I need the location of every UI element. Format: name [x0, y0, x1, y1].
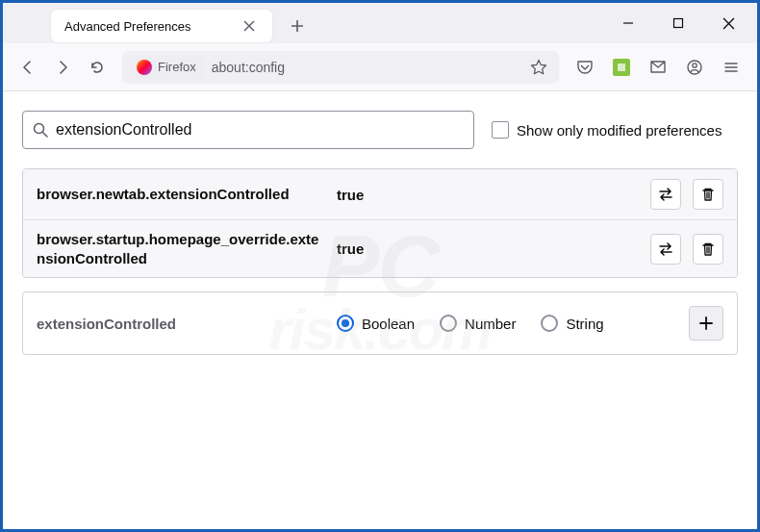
search-input[interactable]: [56, 121, 464, 139]
pref-value: true: [337, 187, 639, 203]
add-pref-button[interactable]: [689, 306, 723, 341]
radio-label: String: [566, 316, 603, 332]
account-icon[interactable]: [678, 51, 711, 84]
toggle-button[interactable]: [650, 234, 681, 265]
titlebar: Advanced Preferences: [3, 3, 757, 43]
radio-label: Number: [465, 316, 516, 332]
show-modified-checkbox-row[interactable]: Show only modified preferences: [492, 121, 722, 139]
radio-boolean[interactable]: Boolean: [337, 315, 415, 332]
config-content: Show only modified preferences browser.n…: [3, 91, 757, 374]
radio-circle-icon: [541, 315, 558, 332]
search-row: Show only modified preferences: [22, 111, 738, 149]
firefox-logo-icon: [137, 60, 152, 75]
radio-number[interactable]: Number: [440, 315, 516, 332]
search-icon: [33, 122, 48, 138]
reload-button[interactable]: [82, 52, 113, 83]
extension-icon[interactable]: [605, 51, 638, 84]
firefox-label: Firefox: [158, 60, 196, 74]
inbox-icon[interactable]: [642, 51, 674, 84]
pref-value: true: [337, 241, 639, 257]
maximize-button[interactable]: [657, 8, 699, 38]
forward-button[interactable]: [47, 52, 78, 83]
close-window-button[interactable]: [707, 8, 749, 38]
back-button[interactable]: [13, 52, 43, 83]
bookmark-star-icon[interactable]: [525, 54, 552, 81]
delete-button[interactable]: [693, 234, 723, 265]
search-box[interactable]: [22, 111, 474, 149]
add-pref-row: extensionControlled Boolean Number Strin…: [22, 291, 738, 355]
minimize-button[interactable]: [607, 8, 649, 38]
svg-rect-1: [618, 63, 625, 71]
radio-circle-icon: [440, 315, 457, 332]
pref-row[interactable]: browser.newtab.extensionControlled true: [23, 169, 737, 220]
radio-label: Boolean: [362, 316, 415, 332]
pref-row[interactable]: browser.startup.homepage_override.extens…: [23, 220, 737, 277]
toggle-button[interactable]: [650, 179, 681, 210]
pref-name: browser.startup.homepage_override.extens…: [37, 230, 325, 267]
window-controls: [607, 8, 757, 38]
hamburger-menu-icon[interactable]: [715, 51, 747, 84]
firefox-identity-badge[interactable]: Firefox: [129, 56, 204, 79]
svg-point-3: [693, 63, 697, 66]
type-radio-group: Boolean Number String: [337, 315, 677, 332]
pocket-icon[interactable]: [569, 51, 601, 84]
url-bar[interactable]: Firefox about:config: [122, 51, 559, 84]
add-pref-name: extensionControlled: [37, 316, 325, 332]
radio-string[interactable]: String: [541, 315, 603, 332]
pref-list: browser.newtab.extensionControlled true …: [22, 168, 738, 278]
show-modified-label: Show only modified preferences: [517, 122, 722, 139]
close-tab-icon[interactable]: [240, 16, 259, 36]
svg-rect-0: [674, 19, 683, 28]
browser-tab[interactable]: Advanced Preferences: [51, 10, 272, 42]
new-tab-button[interactable]: [284, 13, 311, 39]
show-modified-checkbox[interactable]: [492, 121, 509, 139]
url-text: about:config: [212, 60, 525, 75]
pref-name: browser.newtab.extensionControlled: [37, 185, 325, 204]
navigation-toolbar: Firefox about:config: [3, 43, 757, 91]
tab-title: Advanced Preferences: [64, 19, 191, 34]
delete-button[interactable]: [693, 179, 723, 210]
radio-circle-icon: [337, 315, 354, 332]
